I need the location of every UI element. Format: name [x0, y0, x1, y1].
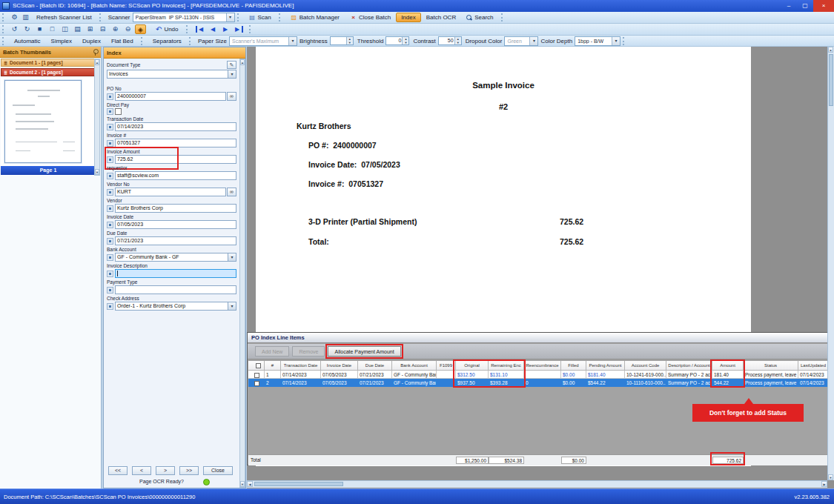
toolbar-grip[interactable]	[2, 25, 6, 33]
toolbar-grip[interactable]	[279, 13, 282, 21]
minimize-button[interactable]: –	[781, 0, 797, 12]
blank-page-icon[interactable]: □	[47, 24, 58, 34]
close-button[interactable]: ×	[813, 0, 834, 12]
fill-black-icon[interactable]: ■	[34, 24, 45, 34]
pin-icon[interactable]	[93, 49, 98, 56]
thumbnails-scrollbar[interactable]	[94, 59, 100, 176]
prev-page-button[interactable]: ◀	[208, 26, 218, 33]
refresh-scanner-list-button[interactable]: Refresh Scanner List	[31, 13, 97, 22]
batch-ocr-button[interactable]: Batch OCR	[421, 13, 461, 22]
input-invoice-amount[interactable]: 725.62	[115, 155, 236, 164]
lookup-button-po-no[interactable]: ∞	[227, 92, 236, 101]
input-invoice[interactable]: 07051327	[115, 139, 236, 147]
spinner-arrows-icon[interactable]	[402, 37, 408, 44]
zoom-out-icon[interactable]: ⊖	[122, 24, 133, 34]
close-index-button[interactable]: Close	[203, 466, 233, 475]
last-record-button[interactable]: >>	[179, 466, 199, 475]
scrollbar-thumb[interactable]	[254, 482, 343, 486]
document-1-header[interactable]: ≣ Document 1 - [1 pages]	[1, 59, 96, 67]
split-view-icon[interactable]: ◫	[59, 24, 70, 34]
flat-bed-button[interactable]: Flat Bed	[106, 36, 139, 46]
index-scrollbar[interactable]	[239, 59, 245, 488]
toolbar-grip[interactable]	[2, 37, 6, 45]
chevron-down-icon[interactable]	[529, 37, 537, 45]
toolbar-grip[interactable]	[623, 37, 626, 45]
maximize-button[interactable]: ▢	[797, 0, 813, 12]
scan-button[interactable]: ▤ Scan	[244, 13, 277, 22]
batch-manager-button[interactable]: ▨ Batch Manager	[285, 13, 345, 22]
chevron-down-icon[interactable]	[226, 13, 234, 21]
rotate-left-icon[interactable]: ↺	[9, 24, 20, 34]
input-transaction-date[interactable]: 07/14/2023	[115, 122, 236, 131]
document-vertical-scrollbar[interactable]	[827, 47, 834, 480]
automatic-button[interactable]: Automatic	[9, 36, 46, 46]
input-requestor[interactable]: staff@scview.com	[115, 171, 236, 180]
scroll-down-icon[interactable]	[95, 169, 99, 175]
scroll-down-icon[interactable]	[240, 481, 245, 487]
rotate-right-icon[interactable]: ↻	[21, 24, 33, 34]
edit-document-type-button[interactable]	[227, 61, 236, 69]
page-thumbnail[interactable]	[4, 80, 82, 163]
color-depth-select[interactable]: 1bpp - B/W	[575, 36, 620, 46]
scroll-right-icon[interactable]	[821, 481, 827, 487]
spinner-arrows-icon[interactable]	[346, 37, 353, 44]
dropout-color-select[interactable]: Green	[504, 36, 538, 46]
close-batch-button[interactable]: × Close Batch	[345, 13, 396, 22]
page-1-label[interactable]: Page 1	[1, 166, 96, 175]
toolbar-grip[interactable]	[501, 13, 505, 21]
toolbar-grip[interactable]	[99, 13, 103, 21]
document-horizontal-scrollbar[interactable]	[247, 480, 827, 488]
toolbar-grip[interactable]	[2, 13, 6, 21]
separators-button[interactable]: Separators	[148, 36, 187, 46]
spinner-arrows-icon[interactable]	[454, 37, 461, 44]
po-table-row-2[interactable]: 207/14/202307/05/202307/21/2023GF - Comm…	[248, 379, 827, 387]
chevron-down-icon[interactable]	[612, 37, 620, 45]
scrollbar-thumb[interactable]	[829, 54, 833, 106]
settings-icon[interactable]: ⚙	[9, 13, 20, 22]
lookup-button-vendor-no[interactable]: ∞	[227, 188, 236, 196]
search-button[interactable]: Search	[461, 13, 498, 22]
copy-page-icon[interactable]: ▤	[72, 24, 83, 34]
toolbar-grip[interactable]	[189, 37, 193, 45]
scroll-up-icon[interactable]	[828, 47, 833, 53]
index-button[interactable]: Index	[396, 13, 421, 22]
zoom-in-icon[interactable]: ⊕	[110, 24, 121, 34]
last-page-button[interactable]: ▶	[234, 26, 243, 33]
input-due-date[interactable]: 07/21/2023	[115, 236, 236, 245]
input-payment-type[interactable]	[115, 285, 236, 294]
dropdown-arrow-check-address[interactable]: ▾	[228, 302, 236, 311]
input-bank-account[interactable]: GF - Communty Bank - GF	[115, 253, 228, 262]
paper-size-select[interactable]: Scanner's Maximum	[229, 36, 297, 46]
input-check-address[interactable]: Order-1 - Kurtz Brothers Corp	[115, 302, 228, 311]
scroll-up-icon[interactable]	[95, 59, 99, 65]
scroll-up-icon[interactable]	[240, 59, 245, 65]
scanner-device-icon[interactable]: ▥	[20, 13, 31, 22]
dropdown-arrow-bank-account[interactable]: ▾	[228, 253, 236, 262]
toolbar-grip[interactable]	[237, 13, 241, 21]
prev-record-button[interactable]: <	[132, 466, 151, 475]
input-vendor-no[interactable]: KURT	[115, 188, 226, 196]
next-record-button[interactable]: >	[156, 466, 175, 475]
contrast-spinner[interactable]: 50	[438, 36, 462, 45]
simplex-button[interactable]: Simplex	[46, 36, 77, 46]
first-record-button[interactable]: <<	[108, 466, 128, 475]
row-checkbox[interactable]	[254, 381, 259, 386]
header-checkbox[interactable]	[256, 363, 261, 368]
next-page-button[interactable]: ▶	[221, 26, 231, 33]
scanner-select[interactable]: PaperStream_IP SP-1130N - [ISIS	[133, 13, 235, 22]
duplex-button[interactable]: Duplex	[77, 36, 106, 46]
chevron-down-icon[interactable]: ▾	[228, 70, 236, 79]
scroll-down-icon[interactable]	[828, 474, 833, 480]
input-invoice-date[interactable]: 07/05/2023	[115, 220, 236, 229]
po-table-row-1[interactable]: 107/14/202307/05/202307/21/2023GF - Comm…	[248, 371, 827, 379]
pan-tool-icon[interactable]: ◈	[135, 24, 146, 34]
remove-button[interactable]: Remove	[292, 346, 325, 357]
brightness-spinner[interactable]	[330, 36, 354, 45]
checkbox-direct-pay[interactable]	[115, 108, 122, 115]
add-new-button[interactable]: Add New	[255, 346, 289, 357]
scroll-left-icon[interactable]	[247, 481, 253, 487]
document-2-header[interactable]: ≣ Document 2 - [1 pages]	[1, 68, 96, 76]
chevron-down-icon[interactable]	[288, 37, 297, 45]
document-type-value[interactable]: Invoices	[107, 70, 228, 79]
delete-page-icon[interactable]: ⊟	[97, 24, 108, 34]
